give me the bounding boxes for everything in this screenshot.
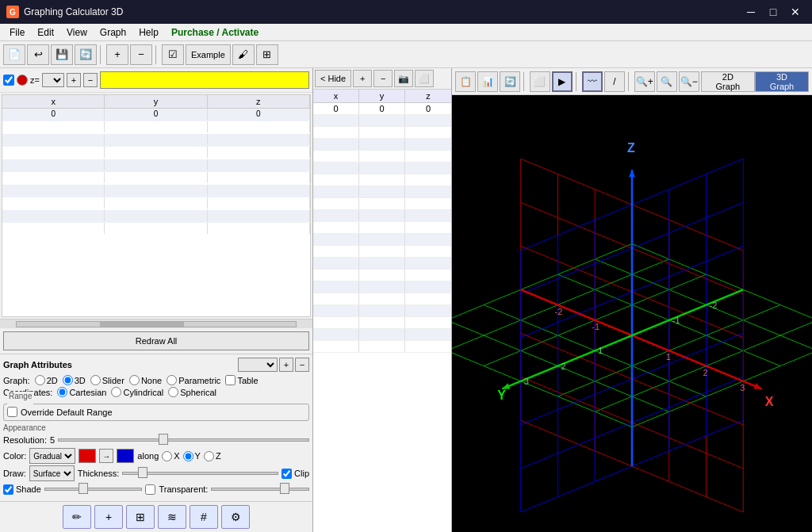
app-icon: G	[6, 6, 19, 18]
example-button[interactable]: Example	[186, 44, 231, 65]
paint-button[interactable]: 🖌	[232, 44, 255, 65]
menu-view[interactable]: View	[60, 25, 94, 40]
table-row	[2, 223, 310, 235]
thickness-slider[interactable]	[122, 467, 278, 480]
radio-cylindrical[interactable]: Cylindrical	[111, 387, 163, 397]
crosshair-button[interactable]: +	[94, 505, 123, 529]
attr-remove-button[interactable]: −	[295, 358, 309, 372]
equation-remove-button[interactable]: −	[83, 73, 98, 87]
range-title: Range	[7, 392, 33, 400]
refresh-button[interactable]: 🔄	[75, 44, 97, 65]
menu-purchase[interactable]: Purchase / Activate	[165, 25, 265, 40]
pencil-button[interactable]: ✏	[63, 505, 91, 529]
radio-y-color[interactable]: Y	[183, 451, 201, 461]
radio-2d[interactable]: 2D	[35, 375, 58, 385]
rt-chart-button[interactable]: 📊	[477, 71, 498, 92]
equation-area: z= + −	[0, 68, 312, 93]
open-button[interactable]: ↩	[27, 44, 49, 65]
save-button[interactable]: 💾	[51, 44, 73, 65]
equation-checkbox[interactable]	[3, 75, 14, 86]
tab-2d-graph[interactable]: 2D Graph	[701, 71, 755, 92]
rt-zoom-in-button[interactable]: 🔍+	[634, 71, 655, 92]
menu-help[interactable]: Help	[132, 25, 165, 40]
color-arrow-button[interactable]: →	[99, 449, 113, 463]
draw-label: Draw:	[3, 469, 26, 478]
mid-remove-button[interactable]: −	[373, 70, 393, 87]
menu-graph[interactable]: Graph	[94, 25, 132, 40]
middle-panel: < Hide + − 📷 ⬜ x y z 0 0 0 for(let i=0;i…	[313, 68, 452, 532]
rt-zoom-out-button[interactable]: 🔍−	[679, 71, 699, 92]
override-range-checkbox[interactable]: Override Default Range	[7, 407, 305, 417]
horizontal-scrollbar[interactable]	[0, 319, 312, 328]
number-button[interactable]: #	[190, 505, 218, 529]
radio-table[interactable]: Table	[225, 375, 258, 385]
data-table: x y z 0 0 0	[2, 94, 311, 317]
close-button[interactable]: ✕	[785, 4, 806, 20]
rt-wave-button[interactable]: 〰	[582, 71, 603, 92]
rt-separator-1	[523, 72, 527, 91]
radio-none[interactable]: None	[129, 375, 162, 385]
rt-copy-button[interactable]: 📋	[455, 71, 476, 92]
attr-add-button[interactable]: +	[279, 358, 293, 372]
radio-spherical[interactable]: Spherical	[168, 387, 216, 397]
graph-canvas[interactable]	[452, 95, 812, 532]
settings-button[interactable]: ⚙	[221, 505, 250, 529]
shade-row: Shade Transparent:	[3, 483, 309, 496]
redraw-area: Redraw All	[0, 328, 312, 354]
menu-edit[interactable]: Edit	[31, 25, 60, 40]
maximize-button[interactable]: □	[763, 4, 783, 20]
rt-play-button[interactable]: ▶	[552, 71, 573, 92]
redraw-button[interactable]: Redraw All	[3, 331, 309, 350]
radio-z-color[interactable]: Z	[204, 451, 221, 461]
mid-add-button[interactable]: +	[353, 70, 372, 87]
attr-dropdown[interactable]	[238, 358, 278, 372]
transparent-checkbox[interactable]	[145, 484, 155, 495]
equation-type-dropdown[interactable]	[42, 73, 64, 87]
radio-slider[interactable]: Slider	[90, 375, 124, 385]
graph-tabs: 2D Graph 3D Graph	[701, 71, 809, 92]
radio-3d[interactable]: 3D	[63, 375, 86, 385]
transparent-slider[interactable]	[211, 483, 309, 496]
tab-3d-graph[interactable]: 3D Graph	[755, 71, 809, 92]
rt-zoom-fit-button[interactable]: 🔍	[657, 71, 677, 92]
toolbar-separator-1	[100, 45, 103, 64]
hide-button[interactable]: < Hide	[315, 70, 351, 87]
grid-button[interactable]: ⊞	[256, 44, 278, 65]
mid-camera-button[interactable]: 📷	[394, 70, 413, 87]
table-button[interactable]: ⊞	[126, 505, 155, 529]
color-swatch-blue[interactable]	[117, 449, 134, 463]
shade-slider[interactable]	[44, 483, 143, 496]
new-button[interactable]: 📄	[3, 44, 25, 65]
remove-button[interactable]: −	[130, 44, 152, 65]
mid-cell-x: 0	[313, 103, 359, 114]
shade-checkbox[interactable]: Shade	[3, 484, 41, 495]
range-section: Range Override Default Range	[3, 400, 309, 421]
graph-label: Graph:	[3, 376, 30, 385]
add-button[interactable]: +	[106, 44, 128, 65]
minimize-button[interactable]: ─	[741, 4, 761, 20]
resolution-slider[interactable]	[58, 434, 309, 446]
rt-refresh-button[interactable]: 🔄	[500, 71, 520, 92]
equation-color-button[interactable]	[17, 75, 28, 86]
menu-file[interactable]: File	[3, 25, 31, 40]
radio-x-color[interactable]: X	[162, 451, 179, 461]
rt-separator-3	[628, 72, 631, 91]
rt-square-button[interactable]: ⬜	[530, 71, 550, 92]
rt-line-button[interactable]: /	[604, 71, 625, 92]
equation-input[interactable]	[100, 71, 309, 89]
color-swatch-red[interactable]	[79, 449, 96, 463]
color-dropdown[interactable]: Gradual	[29, 448, 75, 464]
wave-button[interactable]: ≋	[158, 505, 186, 529]
clip-checkbox[interactable]: Clip	[282, 469, 309, 479]
check-button[interactable]: ☑	[162, 44, 184, 65]
color-label: Color:	[3, 451, 26, 461]
graph-attributes: Graph Attributes + − Graph: 2D 3D Slider…	[0, 354, 312, 501]
mid-grid-button[interactable]: ⬜	[415, 70, 434, 87]
resolution-label: Resolution:	[3, 435, 47, 445]
radio-cartesian[interactable]: Cartesian	[57, 387, 106, 397]
draw-dropdown[interactable]: Surface	[29, 465, 75, 481]
app-title: Graphing Calculator 3D	[24, 6, 123, 17]
radio-parametric[interactable]: Parametric	[167, 375, 220, 385]
toolbar-separator-2	[155, 45, 159, 64]
equation-add-button[interactable]: +	[67, 73, 81, 87]
